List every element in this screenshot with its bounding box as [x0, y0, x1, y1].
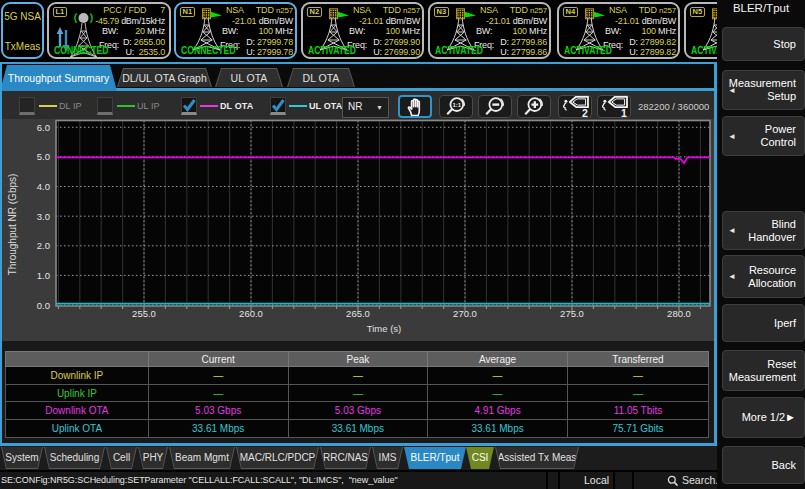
svg-text:280.0: 280.0 [667, 308, 691, 319]
svg-text:6.0: 6.0 [37, 122, 50, 133]
svg-text:255.0: 255.0 [132, 308, 156, 319]
svg-text:2.0: 2.0 [37, 240, 50, 251]
svg-text:4.0: 4.0 [37, 181, 50, 192]
svg-text:3.0: 3.0 [37, 211, 50, 222]
svg-text:270.0: 270.0 [453, 308, 477, 319]
svg-text:275.0: 275.0 [560, 308, 584, 319]
svg-text:1.0: 1.0 [37, 270, 50, 281]
svg-text:0.0: 0.0 [37, 300, 50, 311]
svg-text:Throughput NR (Gbps): Throughput NR (Gbps) [7, 174, 18, 276]
svg-text:1:1: 1:1 [452, 102, 461, 108]
svg-text:1: 1 [621, 107, 627, 118]
svg-text:260.0: 260.0 [239, 308, 263, 319]
svg-text:Time (s): Time (s) [367, 323, 401, 334]
svg-text:265.0: 265.0 [346, 308, 370, 319]
svg-text:5.0: 5.0 [37, 151, 50, 162]
svg-text:2: 2 [582, 107, 588, 118]
